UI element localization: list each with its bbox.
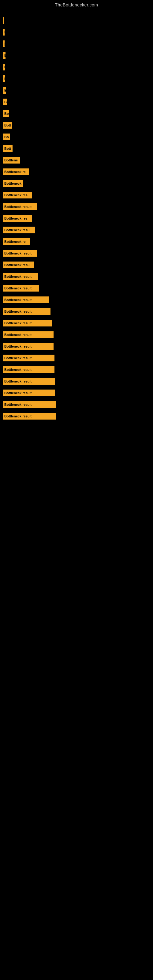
bar-row: E: [3, 84, 150, 96]
bar: B: [3, 99, 7, 105]
bar-label: E: [4, 89, 6, 92]
bar: Bottleneck resul: [3, 227, 35, 233]
bar: Bottleneck result: [3, 308, 51, 315]
bar-row: Bottleneck: [3, 178, 150, 189]
bar-row: Bottleneck result: [3, 375, 150, 387]
bar: Bottleneck result: [3, 320, 52, 326]
bar: Bottleneck result: [3, 390, 55, 396]
bar-row: Bo: [3, 108, 150, 119]
bar: Bottleneck result: [3, 204, 37, 210]
bar: Bottleneck result: [3, 331, 54, 338]
bar-row: Bottleneck result: [3, 201, 150, 213]
bar: Bottleneck result: [3, 273, 38, 280]
bar-label: Bottleneck result: [4, 379, 32, 383]
site-title: TheBottlenecker.com: [0, 0, 153, 9]
bar-label: Bottleneck result: [4, 205, 32, 208]
bar-row: Bottleneck result: [3, 282, 150, 294]
bar: Bottleneck result: [3, 413, 56, 420]
bar-label: B: [4, 100, 7, 104]
bar-label: Bottleneck result: [4, 356, 32, 360]
bar-row: |: [3, 15, 150, 26]
bar: Bottleneck res: [3, 215, 32, 222]
bar: E: [3, 87, 6, 94]
bar-row: Bottleneck result: [3, 352, 150, 364]
bar: E: [3, 52, 5, 59]
bar-row: Bottleneck res: [3, 213, 150, 224]
bar-row: Bottleneck result: [3, 317, 150, 329]
bar-row: Bottleneck result: [3, 329, 150, 340]
bar-label: Bottleneck result: [4, 286, 32, 290]
bar-label: Bottleneck result: [4, 310, 32, 313]
bar-row: B: [3, 96, 150, 108]
bar: Bottleneck result: [3, 343, 54, 350]
bar-label: Bottleneck result: [4, 251, 32, 255]
bar: Bottleneck result: [3, 401, 56, 408]
bar-row: Bottleneck result: [3, 399, 150, 410]
bar: I: [3, 75, 5, 82]
bar-label: Bottleneck result: [4, 298, 32, 302]
bar: Bottleneck result: [3, 285, 39, 291]
bar: Bottleneck result: [3, 250, 37, 257]
bar-row: Bottleneck result: [3, 247, 150, 259]
bar: Bottleneck re: [3, 169, 29, 175]
bars-container: |I|EIIEBBoBottBoBottBottleneBottleneck r…: [0, 9, 153, 428]
bar: I: [3, 29, 5, 35]
bar-label: Bottleneck: [4, 181, 21, 185]
bar-row: Bottleneck result: [3, 294, 150, 305]
bar-label: Bottleneck result: [4, 275, 32, 278]
bar-row: I: [3, 26, 150, 38]
bar: Bottleneck result: [3, 366, 54, 373]
bar: Bottleneck: [3, 180, 23, 187]
bar-row: |: [3, 38, 150, 49]
bar-label: E: [4, 54, 5, 57]
bar-label: Bottleneck result: [4, 345, 32, 348]
bar-label: Bott: [4, 123, 11, 127]
bar-label: I: [4, 30, 5, 34]
bar: Bottlene: [3, 157, 20, 164]
bar: Bott: [3, 145, 13, 152]
bar: Bo: [3, 134, 10, 140]
bar-label: Bottleneck re: [4, 170, 26, 173]
bar: Bottleneck res: [3, 192, 32, 199]
bar-row: Bottleneck result: [3, 410, 150, 422]
bar-label: Bottlene: [4, 158, 18, 162]
bar-row: Bottleneck re: [3, 166, 150, 178]
bar-label: Bottleneck result: [4, 414, 32, 418]
bar-row: Bottleneck result: [3, 271, 150, 282]
bar: Bottleneck result: [3, 355, 54, 361]
bar-label: Bottleneck result: [4, 333, 32, 337]
bar-label: Bottleneck result: [4, 368, 32, 371]
bar-row: Bott: [3, 119, 150, 131]
bar-label: Bott: [4, 147, 11, 150]
bar: |: [3, 17, 4, 24]
bar-label: I: [4, 77, 5, 81]
bar-row: Bottlene: [3, 154, 150, 166]
bar: Bottleneck result: [3, 378, 55, 385]
bar: Bott: [3, 122, 12, 129]
bar-label: Bottleneck result: [4, 403, 32, 406]
bar-label: Bottleneck re: [4, 240, 26, 243]
bar-row: Bott: [3, 143, 150, 154]
bar-label: Bo: [4, 135, 9, 139]
bar: Bottleneck re: [3, 238, 30, 245]
bar-row: Bottleneck resul: [3, 224, 150, 236]
bar: I: [3, 64, 5, 70]
bar-label: Bottleneck res: [4, 193, 27, 197]
bar-row: I: [3, 61, 150, 73]
bar-row: Bottleneck result: [3, 305, 150, 317]
bar: Bottleneck resu: [3, 261, 33, 268]
bar-row: Bottleneck result: [3, 340, 150, 352]
bar-row: Bo: [3, 131, 150, 143]
bar-label: Bottleneck res: [4, 216, 27, 220]
bar-label: Bo: [4, 112, 9, 115]
bar-row: Bottleneck resu: [3, 259, 150, 271]
bar-row: I: [3, 73, 150, 84]
bar: Bottleneck result: [3, 296, 49, 303]
bar-row: Bottleneck result: [3, 387, 150, 399]
bar: |: [3, 40, 5, 47]
bar-label: Bottleneck resul: [4, 228, 30, 232]
bar-label: Bottleneck result: [4, 391, 32, 395]
bar-label: Bottleneck result: [4, 321, 32, 325]
bar-row: Bottleneck re: [3, 236, 150, 247]
bar-label: |: [4, 42, 5, 46]
